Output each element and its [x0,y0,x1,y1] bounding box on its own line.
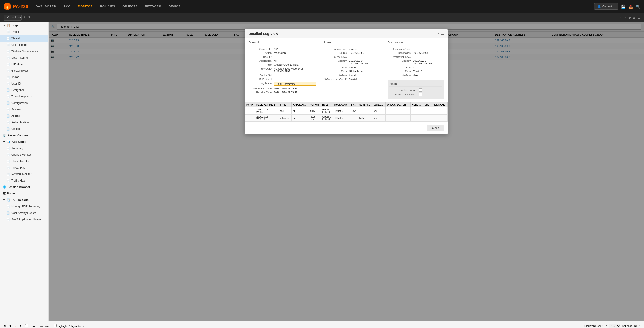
sub-cell-url-list [386,108,410,114]
refresh-icon[interactable]: ↻ [24,16,26,20]
label-port-dst: Port [388,66,413,69]
save-icon[interactable]: 💾 [621,4,626,9]
sidebar-app-scope[interactable]: ▼ 📊 App Scope [0,138,48,145]
page-nav-next[interactable]: ▶ [20,324,22,327]
field-session-id: Session ID 4644 [248,48,316,50]
sidebar-item-summary[interactable]: 📄 Summary [0,145,48,152]
label-session-id: Session ID [248,48,274,50]
sidebar-session-browser[interactable]: 🌐 Session Browser [0,184,48,190]
label-device-sn: Device SN [248,74,274,77]
proxy-transaction-checkbox[interactable] [419,93,422,96]
sub-col-application: APPLICAT... [292,102,308,108]
search-icon[interactable]: 🔍 [636,4,640,9]
sidebar-item-tunnel[interactable]: 📄 Tunnel Inspection [0,93,48,100]
label-port-src: Port [324,66,349,69]
sub-table-row[interactable]: 2020/12/1622:37:35 end ftp allow Global.… [245,108,448,114]
sidebar-item-wildfire[interactable]: 📄 WildFire Submissions [0,48,48,54]
sidebar-pdf-reports[interactable]: ▼ 📑 PDF Reports [0,197,48,203]
forward-icon[interactable]: → [618,16,622,20]
nav-policies[interactable]: POLICIES [100,4,115,10]
sidebar-item-decryption[interactable]: 📄 Decryption [0,87,48,93]
highlight-policy-checkbox[interactable] [54,324,56,327]
sidebar-item-alarms[interactable]: 📄 Alarms [0,113,48,119]
scope-icon: 📊 [7,140,10,144]
field-zone-src: Zone GlobalProtect [324,70,380,73]
field-country-dst: Country 192.168.0.0-192.168.255.255 [388,59,444,65]
sidebar-item-unified[interactable]: 📄 Unified [0,126,48,132]
export-icon[interactable]: 📤 [628,4,633,9]
resolve-hostname-checkbox[interactable] [25,324,28,327]
value-application: ftp [274,59,316,62]
modal-footer: Close [245,122,448,134]
label-application: Application [248,59,274,62]
sidebar-item-change-monitor[interactable]: 📄 Change Monitor [0,152,48,158]
sidebar-item-threat-monitor[interactable]: 📄 Threat Monitor [0,158,48,164]
sidebar-item-user-activity[interactable]: 📄 User Activity Report [0,210,48,216]
help-icon[interactable]: ? [28,16,30,20]
sidebar-item-url-filtering[interactable]: 📄 URL Filtering [0,42,48,48]
nav-network[interactable]: NETWORK [145,4,161,10]
sidebar-item-manage-pdf[interactable]: 📄 Manage PDF Summary [0,203,48,210]
sidebar: ▼ 📋 Logs 📄 Traffic 📄 Threat 📄 URL Filter… [0,22,48,321]
order-label: DESC [634,324,641,327]
sidebar-item-authentication[interactable]: 📄 Authentication [0,119,48,126]
captive-portal-checkbox[interactable] [419,88,422,92]
nav-monitor[interactable]: MONITOR [78,4,93,10]
sub-col-type: TYPE [278,102,292,108]
sidebar-botnet[interactable]: 🕸 Botnet [0,190,48,197]
grid-icon[interactable]: ⊞ [633,16,636,20]
help-modal-icon[interactable]: ? [437,32,439,36]
sidebar-item-threat-map[interactable]: 📄 Threat Map [0,164,48,171]
sidebar-item-configuration[interactable]: 📄 Configuration [0,100,48,106]
minimize-modal-icon[interactable]: ▬ [441,32,444,36]
sidebar-item-traffic-map[interactable]: 📄 Traffic Map [0,178,48,184]
sidebar-item-saas[interactable]: 📄 SaaS Application Usage [0,216,48,223]
label-rule-uuid: Rule UUID [248,67,274,70]
network-monitor-icon: 📄 [6,172,10,176]
manual-select[interactable]: Manual [4,14,22,20]
page-nav-first[interactable]: |◀ [3,324,5,327]
sub-table-row[interactable]: 2020/12/1622:33:51 vulnera... ftp reset-… [245,114,448,122]
sidebar-item-system[interactable]: 📄 System [0,106,48,113]
value-interface-src: tunnel [349,74,380,77]
expand-icon[interactable]: ⊕ [628,16,631,20]
sub-cell-severity: high [358,114,372,122]
sidebar-item-userid[interactable]: 📄 User-ID [0,80,48,87]
field-source-user: Source User mivaldi [324,48,380,50]
sidebar-item-traffic[interactable]: 📄 Traffic [0,29,48,35]
commit-button[interactable]: 👤 Commit ▾ [594,3,618,10]
main-layout: ▼ 📋 Logs 📄 Traffic 📄 Threat 📄 URL Filter… [0,22,644,321]
page-nav-prev[interactable]: ◀ [9,324,11,327]
sidebar-packet-capture[interactable]: 📡 Packet Capture [0,132,48,138]
field-action: Action reset-client [248,52,316,54]
value-session-id: 4644 [274,48,316,50]
filter-icon[interactable]: ⊟ [638,16,640,20]
sidebar-item-globalprotect[interactable]: 📄 GlobalProtect [0,68,48,74]
sub-col-uuid: RULE UUID [333,102,349,108]
nav-items: DASHBOARD ACC MONITOR POLICIES OBJECTS N… [36,4,586,10]
second-bar: Manual ↻ ? → ✕ ⊕ ⊞ ⊟ [0,13,644,22]
nav-dashboard[interactable]: DASHBOARD [36,4,56,10]
value-receive-time: 2020/12/16 22:33:51 [274,91,316,94]
value-country-src: 192.168.0.0-192.168.255.255 [349,59,380,65]
per-page-select[interactable]: 100 [609,324,620,328]
close-icon[interactable]: ✕ [624,16,626,20]
sidebar-logs[interactable]: ▼ 📋 Logs [0,22,48,29]
sidebar-item-data-filtering[interactable]: 📄 Data Filtering [0,54,48,61]
nav-device[interactable]: DEVICE [168,4,180,10]
sidebar-item-threat[interactable]: 📄 Threat [0,35,48,42]
sub-col-url: URL [423,102,431,108]
sidebar-item-ip-tag[interactable]: 📄 IP-Tag [0,74,48,80]
value-log-action: Email Forwarding [274,82,316,86]
field-host-id: Host ID [248,56,316,58]
nav-objects[interactable]: OBJECTS [122,4,138,10]
logs-icon: 📋 [7,24,10,27]
nav-acc[interactable]: ACC [64,4,70,10]
close-button[interactable]: Close [427,125,444,131]
sub-col-rule: RULE [321,102,333,108]
sub-col-filename: FILE NAME [431,102,448,108]
sidebar-item-network-monitor[interactable]: 📄 Network Monitor [0,171,48,178]
sub-col-receive-time[interactable]: RECEIVE TIME ▲ [255,102,278,108]
sub-cell-time: 2020/12/1622:37:35 [255,108,278,114]
sidebar-item-hip-match[interactable]: 📄 HIP Match [0,61,48,68]
